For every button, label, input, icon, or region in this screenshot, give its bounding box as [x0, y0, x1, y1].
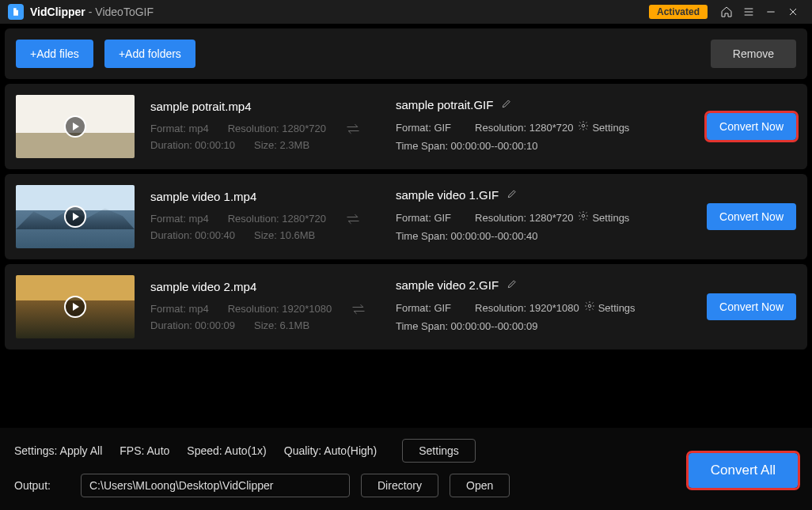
- file-list: sample potrait.mp4 Format: mp4 Resolutio…: [0, 84, 812, 349]
- source-duration: Duration: 00:00:09: [150, 318, 235, 334]
- minimize-icon[interactable]: [765, 6, 777, 18]
- output-filename: sample video 2.GIF: [396, 278, 499, 292]
- speed-label: Speed: Auto(1x): [187, 444, 266, 457]
- gear-icon: [584, 300, 595, 317]
- source-filename: sample video 2.mp4: [150, 280, 380, 293]
- source-resolution: Resolution: 1280*720: [228, 121, 326, 138]
- output-filename: sample video 1.GIF: [396, 188, 499, 202]
- output-resolution: Resolution: 1280*720: [475, 119, 573, 137]
- toolbar: +Add files +Add folders Remove: [5, 28, 807, 79]
- source-format: Format: mp4: [150, 211, 209, 228]
- home-icon[interactable]: [720, 6, 733, 18]
- pencil-icon[interactable]: [507, 188, 518, 202]
- titlebar: VidClipper - VideoToGIF Activated: [0, 0, 812, 24]
- source-duration: Duration: 00:00:10: [150, 138, 235, 154]
- svg-point-1: [582, 215, 586, 218]
- convert-now-button[interactable]: Convert Now: [707, 203, 796, 230]
- fps-label: FPS: Auto: [120, 444, 169, 457]
- source-size: Size: 10.6MB: [254, 228, 315, 244]
- convert-all-button[interactable]: Convert All: [689, 453, 798, 488]
- directory-button[interactable]: Directory: [361, 474, 438, 497]
- output-settings-link[interactable]: Settings: [578, 210, 629, 227]
- source-format: Format: mp4: [150, 121, 209, 138]
- output-format: Format: GIF: [396, 119, 451, 137]
- close-icon[interactable]: [787, 6, 799, 18]
- open-button[interactable]: Open: [450, 474, 510, 497]
- pencil-icon[interactable]: [501, 98, 512, 111]
- app-name: VidClipper: [30, 6, 85, 18]
- output-format: Format: GIF: [396, 300, 451, 317]
- pencil-icon[interactable]: [507, 278, 518, 292]
- add-files-button[interactable]: +Add files: [16, 40, 93, 68]
- source-size: Size: 2.3MB: [254, 138, 309, 154]
- list-item: sample video 1.mp4 Format: mp4 Resolutio…: [5, 174, 807, 259]
- menu-icon[interactable]: [742, 6, 755, 18]
- source-resolution: Resolution: 1280*720: [228, 211, 326, 228]
- output-format: Format: GIF: [396, 210, 451, 227]
- output-timespan: Time Span: 00:00:00--00:00:40: [396, 228, 691, 245]
- source-filename: sample potrait.mp4: [150, 100, 380, 113]
- source-size: Size: 6.1MB: [254, 318, 309, 334]
- svg-point-2: [588, 305, 591, 308]
- swap-icon[interactable]: [351, 303, 366, 315]
- app-logo-icon: [8, 4, 24, 20]
- play-icon[interactable]: [64, 296, 86, 318]
- list-item: sample potrait.mp4 Format: mp4 Resolutio…: [5, 84, 807, 169]
- output-path-input[interactable]: [81, 474, 350, 497]
- convert-now-button[interactable]: Convert Now: [707, 113, 796, 140]
- gear-icon: [578, 210, 589, 227]
- output-settings-link[interactable]: Settings: [584, 300, 636, 317]
- output-timespan: Time Span: 00:00:00--00:00:09: [396, 318, 691, 335]
- play-icon[interactable]: [64, 115, 86, 138]
- convert-now-button[interactable]: Convert Now: [707, 293, 796, 320]
- quality-label: Quality: Auto(High): [284, 444, 378, 457]
- thumbnail[interactable]: [16, 185, 135, 248]
- activated-badge: Activated: [649, 5, 708, 19]
- remove-button[interactable]: Remove: [711, 40, 796, 68]
- swap-icon[interactable]: [345, 213, 361, 225]
- add-folders-button[interactable]: +Add folders: [104, 40, 195, 68]
- list-item: sample video 2.mp4 Format: mp4 Resolutio…: [5, 264, 807, 349]
- output-timespan: Time Span: 00:00:00--00:00:10: [396, 138, 691, 155]
- output-resolution: Resolution: 1280*720: [475, 210, 573, 227]
- settings-button[interactable]: Settings: [402, 439, 476, 463]
- gear-icon: [578, 119, 589, 137]
- thumbnail[interactable]: [16, 275, 135, 338]
- output-label: Output:: [14, 479, 70, 492]
- svg-point-0: [582, 125, 586, 128]
- swap-icon[interactable]: [345, 123, 361, 135]
- source-duration: Duration: 00:00:40: [150, 228, 235, 244]
- thumbnail[interactable]: [16, 95, 135, 158]
- source-format: Format: mp4: [150, 301, 209, 318]
- app-subtitle: - VideoToGIF: [89, 6, 154, 18]
- source-resolution: Resolution: 1920*1080: [228, 301, 332, 318]
- output-resolution: Resolution: 1920*1080: [475, 300, 579, 317]
- footer: Settings: Apply All FPS: Auto Speed: Aut…: [0, 428, 812, 510]
- play-icon[interactable]: [64, 206, 86, 228]
- output-settings-link[interactable]: Settings: [578, 119, 629, 137]
- source-filename: sample video 1.mp4: [150, 190, 380, 203]
- output-filename: sample potrait.GIF: [396, 98, 493, 111]
- settings-apply-label: Settings: Apply All: [14, 444, 102, 457]
